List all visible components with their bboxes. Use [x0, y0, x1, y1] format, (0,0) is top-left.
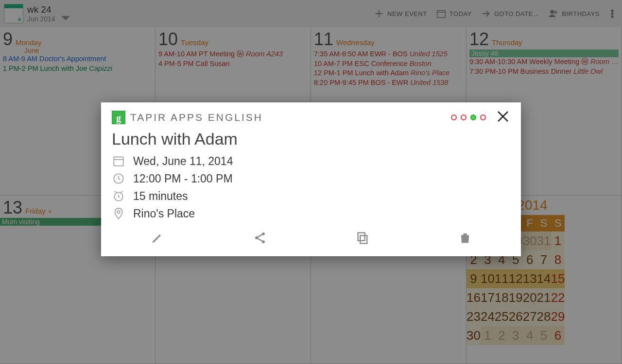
event-reminder: 15 minutes	[133, 190, 188, 203]
color-dot-green-icon	[470, 115, 476, 120]
event-dialog: g TAPIR APPS ENGLISH Lunch with Adam Wed…	[101, 102, 521, 256]
close-icon	[496, 109, 510, 124]
color-dot-red-icon	[451, 115, 457, 120]
location-icon	[112, 207, 125, 220]
event-date: Wed, June 11, 2014	[133, 155, 233, 168]
event-location: Rino's Place	[133, 207, 195, 220]
delete-button[interactable]	[458, 231, 472, 247]
alarm-icon	[112, 189, 125, 203]
share-button[interactable]	[253, 231, 267, 247]
edit-button[interactable]	[151, 231, 164, 247]
color-dot-red2-icon	[461, 115, 466, 120]
color-dots[interactable]	[451, 115, 486, 120]
trash-icon	[458, 231, 472, 245]
event-title: Lunch with Adam	[101, 128, 521, 152]
share-icon	[253, 231, 267, 245]
date-icon	[112, 154, 125, 168]
svg-rect-10	[360, 235, 367, 243]
account-label: TAPIR APPS ENGLISH	[130, 112, 263, 123]
dialog-actions	[101, 222, 521, 256]
pencil-icon	[151, 231, 164, 245]
svg-rect-3	[114, 157, 123, 165]
color-dot-red3-icon	[480, 115, 486, 120]
copy-button[interactable]	[356, 231, 369, 247]
google-badge-icon: g	[112, 111, 125, 124]
svg-point-6	[117, 211, 120, 213]
svg-rect-11	[358, 233, 364, 241]
clock-icon	[112, 172, 125, 185]
close-button[interactable]	[496, 109, 510, 126]
event-time: 12:00 PM - 1:00 PM	[133, 172, 233, 185]
copy-icon	[356, 231, 369, 245]
